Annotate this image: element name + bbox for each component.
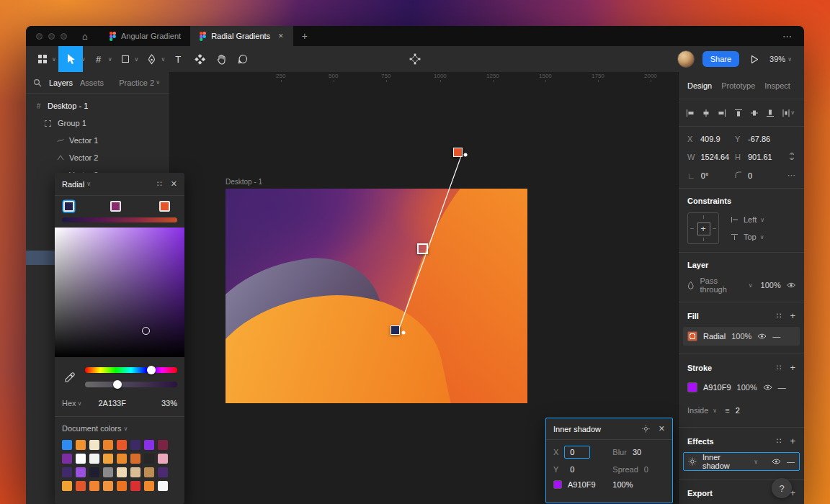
tab-design[interactable]: Design (687, 81, 712, 90)
gradient-stop-navy[interactable] (63, 201, 74, 212)
shadow-opacity-field[interactable]: 100% (612, 480, 665, 489)
layer-opacity-field[interactable]: 100% (761, 281, 781, 289)
corner-radius-field[interactable]: 0 (735, 171, 782, 180)
color-swatch[interactable] (117, 440, 127, 450)
rotation-field[interactable]: ∟ 0° (687, 171, 735, 180)
color-swatch[interactable] (117, 481, 127, 491)
gradient-stop-handle-navy[interactable] (391, 325, 400, 335)
tab-layers[interactable]: Layers (49, 78, 73, 87)
page-selector[interactable]: Practice 2 ∨ (119, 78, 162, 87)
remove-effect-button[interactable]: — (787, 457, 795, 466)
shadow-color-hex[interactable]: A910F9 (568, 480, 596, 489)
color-swatch[interactable] (76, 467, 86, 477)
color-swatch[interactable] (76, 440, 86, 450)
present-button[interactable] (747, 46, 762, 72)
shadow-blur-field[interactable]: Blur 30 (612, 448, 665, 456)
stroke-hex[interactable]: A910F9 (703, 383, 731, 392)
close-icon[interactable]: ✕ (171, 179, 177, 189)
blend-mode-select[interactable]: Pass through (700, 276, 744, 294)
stroke-swatch[interactable] (687, 382, 697, 392)
align-left-icon[interactable] (686, 109, 695, 117)
artboard[interactable] (226, 189, 527, 403)
main-menu-button[interactable] (32, 46, 53, 72)
text-tool-button[interactable]: T (167, 46, 189, 72)
eye-icon[interactable] (757, 333, 767, 340)
constraints-widget[interactable]: + (687, 212, 719, 244)
chevron-down-icon[interactable]: ∨ (108, 56, 112, 63)
tab-assets[interactable]: Assets (80, 78, 104, 87)
color-swatch[interactable] (76, 481, 86, 491)
color-swatch[interactable] (144, 440, 154, 450)
saturation-value-area[interactable] (55, 228, 184, 357)
shadow-y-input[interactable]: 0 (564, 465, 574, 474)
align-v-center-icon[interactable] (750, 109, 759, 117)
home-button[interactable]: ⌂ (76, 28, 94, 44)
alpha-input[interactable]: 33% (161, 399, 177, 408)
color-swatch[interactable] (158, 481, 168, 491)
shadow-y-field[interactable]: Y 0 (553, 465, 608, 474)
chevron-down-icon[interactable]: ∨ (52, 56, 56, 63)
color-swatch[interactable] (89, 467, 99, 477)
window-controls[interactable] (36, 33, 67, 40)
color-swatch[interactable] (103, 454, 113, 464)
shadow-color-swatch[interactable] (553, 480, 562, 489)
chevron-down-icon[interactable]: ∨ (135, 56, 139, 63)
add-fill-button[interactable]: + (790, 310, 795, 321)
color-swatch[interactable] (103, 440, 113, 450)
color-swatch[interactable] (89, 454, 99, 464)
gradient-stop-handle-orange[interactable] (453, 148, 463, 157)
close-icon[interactable]: ✕ (659, 424, 665, 433)
fill-swatch[interactable] (687, 331, 697, 341)
help-button[interactable]: ? (772, 478, 792, 498)
color-swatch[interactable] (144, 467, 154, 477)
window-minimize-button[interactable] (48, 33, 55, 40)
color-swatch[interactable] (62, 467, 72, 477)
layer-row-vector-1[interactable]: Vector 1 (26, 132, 169, 149)
hex-input[interactable]: 2A133F (98, 399, 126, 408)
shadow-spread-input[interactable]: 0 (644, 465, 648, 474)
color-swatch[interactable] (103, 467, 113, 477)
more-options-button[interactable]: ⋯ (782, 171, 795, 180)
frame-tool-button[interactable]: # (88, 46, 110, 72)
add-effect-button[interactable]: + (790, 436, 795, 446)
shadow-color-field[interactable]: A910F9 (553, 480, 608, 489)
effect-row-selected[interactable]: Inner shadow ∨ — (683, 452, 800, 471)
new-tab-button[interactable]: + (302, 30, 308, 42)
avatar[interactable] (677, 50, 695, 68)
chevron-down-icon[interactable]: ∨ (161, 56, 165, 63)
hue-handle[interactable] (147, 366, 156, 374)
color-swatch[interactable] (130, 467, 140, 477)
tab-close-icon[interactable]: ✕ (278, 32, 284, 40)
vector-edit-icon[interactable] (404, 46, 426, 72)
align-right-icon[interactable] (718, 109, 726, 117)
color-swatch[interactable] (130, 440, 140, 450)
color-swatch[interactable] (158, 454, 168, 464)
distribute-menu[interactable]: ∨ (782, 109, 797, 117)
fill-opacity-field[interactable]: 100% (731, 332, 751, 341)
color-swatch[interactable] (103, 481, 113, 491)
fill-row[interactable]: Radial 100% — (683, 327, 800, 346)
zoom-menu[interactable]: 39% ∨ (769, 55, 794, 63)
remove-stroke-button[interactable]: — (778, 383, 786, 392)
pen-tool-button[interactable] (140, 46, 162, 72)
layer-row-group[interactable]: Group 1 (26, 114, 169, 132)
y-field[interactable]: Y -67.86 (735, 135, 782, 143)
gradient-stop-orange[interactable] (159, 201, 170, 212)
tab-angular-gradient[interactable]: Angular Gradient (100, 26, 190, 46)
color-swatch[interactable] (62, 481, 72, 491)
stroke-align-select[interactable]: Inside (687, 406, 708, 415)
color-swatch[interactable] (144, 481, 154, 491)
gradient-type-select[interactable]: Radial (62, 180, 84, 189)
remove-fill-button[interactable]: — (772, 332, 780, 341)
constrain-proportions-toggle[interactable] (782, 152, 795, 162)
artboard-label[interactable]: Desktop - 1 (226, 178, 262, 186)
document-colors-header[interactable]: Document colors ∨ (62, 424, 177, 433)
stroke-opacity-field[interactable]: 100% (737, 383, 757, 392)
styles-icon[interactable]: ∷ (776, 436, 781, 446)
tab-prototype[interactable]: Prototype (721, 81, 755, 90)
vertical-constraint-select[interactable]: Top ∨ (731, 233, 767, 241)
shadow-x-input[interactable]: 0 (564, 446, 590, 459)
tab-overflow-menu[interactable]: ⋯ (782, 31, 793, 42)
eyedropper-button[interactable] (62, 365, 78, 390)
stroke-weight-field[interactable]: 2 (736, 406, 753, 415)
